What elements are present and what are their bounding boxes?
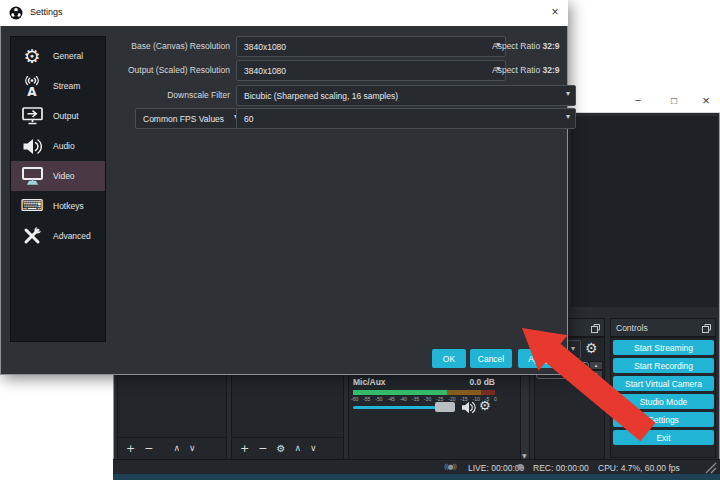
start-recording-button[interactable]: Start Recording <box>613 358 714 373</box>
mixer-gear-icon[interactable]: ⚙ <box>479 399 491 412</box>
spin-down-icon: ▾ <box>595 372 598 377</box>
vu-tick-label: -50 <box>375 396 382 402</box>
sources-toolbar: + − ⚙ ∧ ∨ <box>232 437 343 459</box>
sidebar-label: Stream <box>53 81 80 91</box>
cpu-status: CPU: 4.7%, 60.00 fps <box>598 463 680 473</box>
output-resolution-label: Output (Scaled) Resolution <box>100 65 230 75</box>
settings-window-title: Settings <box>30 7 63 17</box>
vu-tick-label: -45 <box>387 396 394 402</box>
popout-icon[interactable] <box>591 324 600 333</box>
sidebar-item-advanced[interactable]: Advanced <box>11 221 105 251</box>
gear-icon: ⚙ <box>20 47 44 66</box>
tools-icon <box>20 226 44 246</box>
scene-up-icon[interactable]: ∧ <box>173 444 180 453</box>
vu-tick-label: -40 <box>400 396 407 402</box>
status-bar: ((●)) LIVE: 00:00:00 ● REC: 00:00:00 CPU… <box>113 459 720 474</box>
vu-tick-label: -30 <box>424 396 431 402</box>
rec-status: REC: 00:00:00 <box>533 463 589 473</box>
mixer-scrollbar[interactable]: ▼ <box>520 376 529 460</box>
cancel-button[interactable]: Cancel <box>470 349 512 368</box>
transition-gear-icon[interactable]: ⚙ <box>585 341 598 355</box>
sidebar-label: Audio <box>53 141 75 151</box>
chevron-down-icon: ▾ <box>571 345 575 353</box>
scene-down-icon[interactable]: ∨ <box>189 444 196 453</box>
sidebar-label: Advanced <box>53 231 91 241</box>
window-bottom-edge <box>113 474 720 480</box>
preview-area <box>571 116 718 307</box>
source-properties-gear-icon[interactable]: ⚙ <box>276 444 285 454</box>
base-aspect-ratio: Aspect Ratio 32:9 <box>492 41 564 51</box>
remove-source-icon[interactable]: − <box>258 443 267 454</box>
duration-spin-down[interactable]: ▾ <box>589 370 603 379</box>
base-resolution-value: 3840x1080 <box>244 42 286 52</box>
fps-value: 60 <box>244 114 253 124</box>
settings-sidebar: ⚙ General A Stream Output <box>10 36 106 342</box>
volume-slider-handle[interactable] <box>435 402 455 412</box>
duration-spin-up[interactable]: ▴ <box>589 361 603 370</box>
minimize-button[interactable]: − <box>623 87 653 113</box>
output-resolution-select[interactable]: 3840x1080 ▾ <box>236 60 506 81</box>
svg-text:A: A <box>27 85 37 97</box>
start-streaming-button[interactable]: Start Streaming <box>613 340 714 355</box>
vu-tick-label: -35 <box>412 396 419 402</box>
fps-type-select[interactable]: Common FPS Values ▾ <box>135 108 244 129</box>
downscale-filter-value: Bicubic (Sharpened scaling, 16 samples) <box>244 91 398 101</box>
obs-logo-icon <box>9 6 23 20</box>
remove-scene-icon[interactable]: − <box>144 443 153 454</box>
keyboard-icon: ⌨ <box>20 198 44 214</box>
controls-panel-header: Controls <box>610 318 716 337</box>
vu-meter <box>353 390 495 395</box>
monitor-arrow-icon <box>20 107 44 125</box>
spin-up-icon: ▴ <box>595 363 598 368</box>
settings-titlebar: Settings × <box>0 0 568 26</box>
source-down-icon[interactable]: ∨ <box>310 444 317 453</box>
fps-type-value: Common FPS Values <box>143 114 224 124</box>
rec-dot-icon: ● <box>517 463 524 471</box>
live-status: LIVE: 00:00:00 <box>468 463 524 473</box>
start-virtual-camera-button[interactable]: Start Virtual Camera <box>613 376 714 391</box>
sidebar-item-output[interactable]: Output <box>11 101 105 131</box>
base-resolution-select[interactable]: 3840x1080 ▾ <box>236 36 506 57</box>
sidebar-item-audio[interactable]: Audio <box>11 131 105 161</box>
exit-button[interactable]: Exit <box>613 430 714 445</box>
studio-mode-button[interactable]: Studio Mode <box>613 394 714 409</box>
sidebar-item-stream[interactable]: A Stream <box>11 71 105 101</box>
fps-value-select[interactable]: 60 ▾ <box>236 108 576 129</box>
controls-panel-title: Controls <box>616 323 648 333</box>
speaker-icon[interactable] <box>462 401 476 414</box>
settings-button[interactable]: Settings <box>613 412 714 427</box>
aspect-ratio-label: Aspect Ratio <box>492 65 540 75</box>
antenna-icon: A <box>20 76 44 97</box>
sidebar-item-general[interactable]: ⚙ General <box>11 41 105 71</box>
monitor-icon <box>20 167 44 185</box>
aspect-ratio-value: 32:9 <box>543 65 560 75</box>
vu-tick-label: -60 <box>351 396 358 402</box>
sidebar-label: Video <box>53 171 75 181</box>
downscale-filter-select[interactable]: Bicubic (Sharpened scaling, 16 samples) … <box>236 85 576 106</box>
chevron-down-icon: ▾ <box>566 90 570 98</box>
mixer-db-value: 0.0 dB <box>409 377 495 387</box>
live-signal-icon: ((●)) <box>444 464 456 471</box>
resize-grip[interactable] <box>703 462 717 474</box>
screen: − □ × + − ∧ ∨ + − ⚙ ∧ ∨ Mic/Aux 0.0 dB -… <box>0 0 720 480</box>
apply-button[interactable]: Apply <box>518 349 560 368</box>
settings-close-icon[interactable]: × <box>544 5 566 19</box>
sidebar-item-video[interactable]: Video <box>11 161 105 191</box>
add-source-icon[interactable]: + <box>240 443 249 454</box>
add-scene-icon[interactable]: + <box>126 443 135 454</box>
downscale-filter-label: Downscale Filter <box>100 90 230 100</box>
output-aspect-ratio: Aspect Ratio 32:9 <box>492 65 564 75</box>
maximize-button[interactable]: □ <box>659 87 689 113</box>
sidebar-item-hotkeys[interactable]: ⌨ Hotkeys <box>11 191 105 221</box>
vu-tick-label: 0 <box>494 396 497 402</box>
speaker-icon <box>20 138 44 155</box>
close-button[interactable]: × <box>691 87 720 113</box>
base-resolution-label: Base (Canvas) Resolution <box>100 41 230 51</box>
aspect-ratio-value: 32:9 <box>543 41 560 51</box>
popout-icon[interactable] <box>702 324 711 333</box>
aspect-ratio-label: Aspect Ratio <box>492 41 540 51</box>
source-up-icon[interactable]: ∧ <box>294 444 301 453</box>
ok-button[interactable]: OK <box>432 349 466 368</box>
scenes-toolbar: + − ∧ ∨ <box>118 437 226 459</box>
sidebar-label: Hotkeys <box>53 201 84 211</box>
